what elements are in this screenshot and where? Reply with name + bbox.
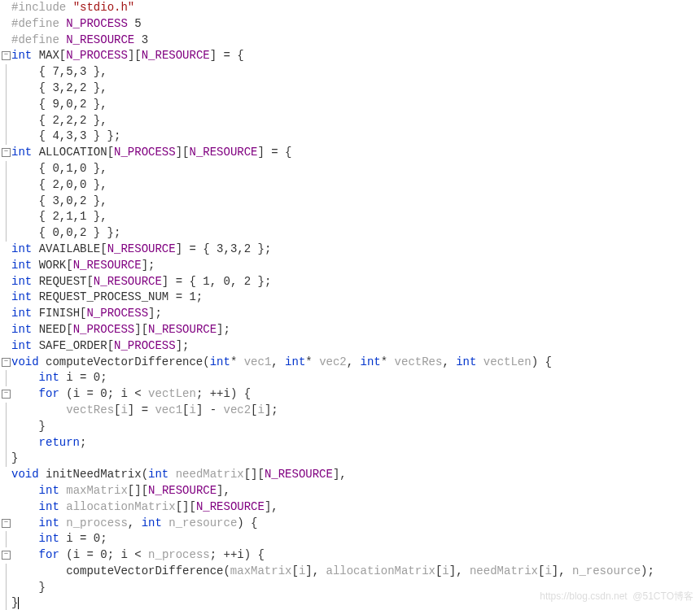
code-line: int maxMatrix[][N_RESOURCE],: [11, 483, 700, 499]
code-line: − for (i = 0; i < n_process; ++i) {: [11, 547, 700, 564]
code-line: return;: [11, 435, 700, 451]
fold-toggle[interactable]: −: [2, 358, 11, 367]
fold-toggle[interactable]: −: [2, 390, 11, 399]
code-line: { 4,3,3 } };: [11, 129, 700, 145]
fold-toggle[interactable]: −: [2, 519, 11, 528]
code-line: int SAFE_ORDER[N_PROCESS];: [11, 338, 700, 355]
code-line: computeVectorDifference(maxMatrix[i], al…: [11, 564, 700, 580]
code-line: { 0,1,0 },: [11, 161, 700, 177]
code-line: int REQUEST_PROCESS_NUM = 1;: [11, 290, 700, 306]
code-line: { 0,0,2 } };: [11, 225, 700, 242]
code-line: −int ALLOCATION[N_PROCESS][N_RESOURCE] =…: [11, 145, 700, 161]
code-line: { 7,5,3 },: [11, 64, 700, 81]
code-line: vectRes[i] = vec1[i] - vec2[i];: [11, 403, 700, 419]
code-line: − int n_process, int n_resource) {: [11, 516, 700, 532]
code-line: −void computeVectorDifference(int* vec1,…: [11, 355, 700, 371]
code-line: int FINISH[N_PROCESS];: [11, 306, 700, 322]
code-line: }: [11, 451, 700, 467]
fold-toggle[interactable]: −: [2, 148, 11, 157]
code-line: { 3,2,2 },: [11, 81, 700, 97]
code-line: int allocationMatrix[][N_RESOURCE],: [11, 499, 700, 516]
fold-toggle[interactable]: −: [2, 551, 11, 560]
text-cursor: [18, 597, 19, 609]
code-line: int NEED[N_PROCESS][N_RESOURCE];: [11, 322, 700, 338]
code-line: int REQUEST[N_RESOURCE] = { 1, 0, 2 };: [11, 274, 700, 290]
code-line: − for (i = 0; i < vectLen; ++i) {: [11, 386, 700, 403]
code-line: −int MAX[N_PROCESS][N_RESOURCE] = {: [11, 48, 700, 64]
code-line: }: [11, 419, 700, 435]
code-line: { 2,1,1 },: [11, 209, 700, 225]
code-line: int AVAILABLE[N_RESOURCE] = { 3,3,2 };: [11, 242, 700, 258]
code-line: int i = 0;: [11, 531, 700, 547]
code-line: int i = 0;: [11, 370, 700, 386]
code-line: void initNeedMatrix(int needMatrix[][N_R…: [11, 467, 700, 483]
code-line: #define N_RESOURCE 3: [11, 33, 700, 49]
code-line: #define N_PROCESS 5: [11, 16, 700, 33]
code-line: { 2,0,0 },: [11, 177, 700, 194]
code-line: #include "stdio.h": [11, 0, 700, 16]
code-line: }: [11, 595, 700, 610]
code-line: { 2,2,2 },: [11, 113, 700, 129]
code-line: { 3,0,2 },: [11, 194, 700, 210]
code-line: { 9,0,2 },: [11, 97, 700, 113]
fold-toggle[interactable]: −: [2, 51, 11, 60]
code-line: }: [11, 580, 700, 596]
code-editor[interactable]: #include "stdio.h" #define N_PROCESS 5 #…: [11, 0, 700, 610]
code-line: int WORK[N_RESOURCE];: [11, 258, 700, 274]
